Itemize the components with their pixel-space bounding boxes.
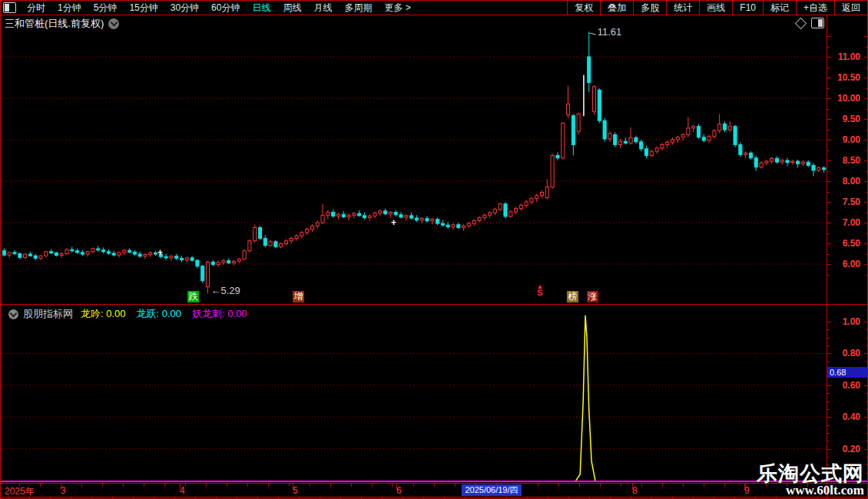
current-value-badge: 0.68	[827, 367, 868, 378]
title-right-icons	[797, 18, 824, 28]
watermark: 乐淘公式网 www.60lt.com	[757, 464, 864, 497]
x-axis-label: 9	[744, 485, 750, 496]
price-tick-label: 10.00	[837, 93, 860, 104]
layout-toggle-icon[interactable]	[3, 2, 16, 13]
indicator-tick-label: 0.80	[843, 348, 860, 359]
toolbar-item[interactable]: 30分钟	[164, 1, 205, 15]
panel-toggle-icon[interactable]	[811, 18, 824, 28]
toolbar-item[interactable]: 统计	[666, 1, 699, 15]
toolbar-item[interactable]: +自选	[796, 1, 834, 15]
collapse-panel-icon[interactable]	[8, 309, 18, 319]
price-tick-label: 8.50	[843, 155, 860, 166]
peak-price-label: 11.61	[598, 26, 622, 38]
title-dropdown-icon[interactable]	[108, 18, 119, 29]
toolbar-item[interactable]: 1分钟	[51, 1, 88, 15]
price-tick-label: 10.50	[837, 72, 860, 83]
indicator-tick-label: 0.60	[843, 380, 860, 391]
period-toolbar: 分时1分钟5分钟15分钟30分钟60分钟日线周线月线多周期更多 > 复权叠加多股…	[1, 1, 867, 15]
low-price-label: ←5.29	[211, 285, 240, 296]
chart-title-row: 三和管桩(日线.前复权)	[1, 15, 826, 31]
panel-divider-line	[1, 304, 868, 305]
price-tick-label: 9.50	[843, 114, 860, 124]
x-axis-label: 5	[293, 485, 298, 496]
axis-bottom-line	[1, 497, 868, 497]
toolbar-item[interactable]: 月线	[307, 1, 338, 15]
toolbar-item[interactable]: 复权	[567, 1, 600, 15]
toolbar-item[interactable]: 5分钟	[88, 1, 124, 15]
indicator-tick-label: 0.40	[843, 411, 860, 422]
toolbar-item[interactable]: 标记	[763, 1, 796, 15]
indicator-chart[interactable]	[2, 311, 827, 481]
toolbar-item[interactable]: 更多 >	[378, 1, 416, 15]
indicator-tick-label: 0.20	[843, 444, 860, 454]
event-tag: 增	[293, 291, 304, 302]
watermark-site-name: 乐淘公式网	[757, 464, 864, 484]
indicator-metric: 龙吟: 0.00	[81, 308, 126, 319]
x-axis-label: 4	[180, 485, 185, 496]
indicator-metric: 妖龙刺: 0.00	[192, 308, 247, 319]
toolbar-item[interactable]: 分时	[21, 1, 51, 15]
watermark-url: www.60lt.com	[757, 484, 864, 497]
x-axis-label: 8	[632, 485, 638, 496]
stock-title: 三和管桩(日线.前复权)	[5, 17, 104, 31]
candlestick-chart[interactable]	[2, 31, 827, 305]
toolbar-item[interactable]: F10	[732, 1, 763, 15]
x-axis-label: 2025年	[5, 485, 35, 498]
price-tick-label: 6.50	[843, 238, 860, 249]
signal-plus-marker: +	[157, 247, 163, 258]
signal-s-marker: S	[536, 285, 544, 296]
price-tick-label: 7.00	[843, 217, 860, 228]
indicator-tick-label: 1.00	[843, 316, 860, 327]
toolbar-item[interactable]: 返回	[834, 1, 867, 15]
indicator-name: 股朋指标网	[23, 307, 73, 321]
price-tick-label: 9.00	[843, 134, 860, 145]
indicator-header: 股朋指标网 龙吟: 0.00龙跃: 0.00妖龙刺: 0.00	[4, 307, 258, 321]
toolbar-period-items: 分时1分钟5分钟15分钟30分钟60分钟日线周线月线多周期更多 >	[21, 1, 417, 15]
toolbar-item[interactable]: 15分钟	[123, 1, 164, 15]
price-tick-label: 7.50	[843, 197, 860, 207]
event-tag: 跌	[187, 291, 199, 302]
selected-date-badge: 2025/06/19/四	[462, 484, 522, 496]
indicator-metrics: 龙吟: 0.00龙跃: 0.00妖龙刺: 0.00	[81, 307, 258, 321]
toolbar-action-items: 复权叠加多股统计画线F10标记+自选返回	[567, 1, 867, 15]
price-tick-label: 11.00	[838, 51, 860, 62]
toolbar-item[interactable]: 日线	[246, 1, 277, 15]
toolbar-item[interactable]: 多周期	[338, 1, 378, 15]
indicator-baseline	[1, 481, 868, 482]
toolbar-item[interactable]: 60分钟	[205, 1, 246, 15]
diamond-icon[interactable]	[795, 17, 807, 29]
event-tag: 榜	[567, 291, 578, 302]
event-tag: 涨	[587, 291, 598, 302]
x-axis-label: 3	[61, 485, 66, 496]
price-tick-label: 8.00	[843, 176, 860, 187]
trading-app-window: 分时1分钟5分钟15分钟30分钟60分钟日线周线月线多周期更多 > 复权叠加多股…	[0, 0, 868, 499]
toolbar-item[interactable]: 多股	[633, 1, 666, 15]
signal-plus-marker: +	[391, 217, 396, 228]
toolbar-item[interactable]: 叠加	[600, 1, 633, 15]
x-axis-label: 6	[396, 485, 402, 496]
indicator-metric: 龙跃: 0.00	[137, 308, 182, 319]
price-tick-label: 6.00	[843, 259, 860, 269]
toolbar-item[interactable]: 画线	[699, 1, 732, 15]
toolbar-item[interactable]: 周线	[277, 1, 307, 15]
